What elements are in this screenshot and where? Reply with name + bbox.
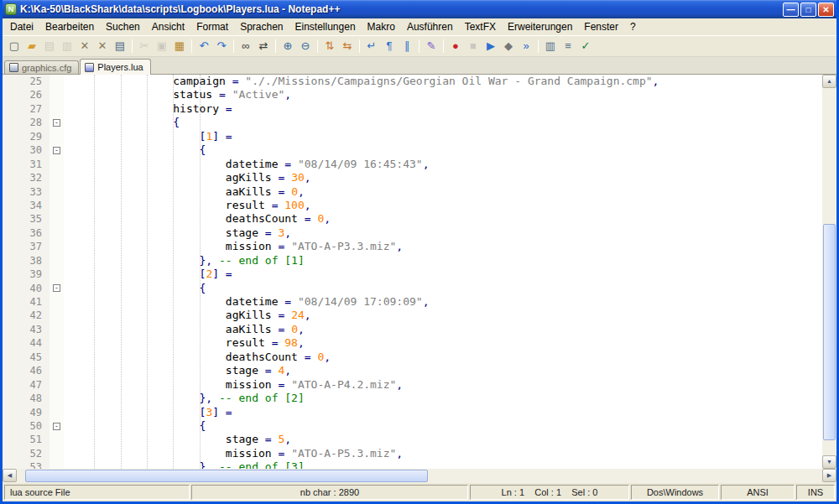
fold-collapse-button[interactable]: - xyxy=(53,147,60,154)
print-button[interactable]: ▤ xyxy=(112,38,128,55)
save-macro-button[interactable]: ◆ xyxy=(500,38,517,55)
menu-item-makro[interactable]: Makro xyxy=(362,18,401,35)
menu-item-sprachen[interactable]: Sprachen xyxy=(234,18,289,35)
menu-item-fenster[interactable]: Fenster xyxy=(578,18,624,35)
code-line-38[interactable]: 38 }, -- end of [1] xyxy=(3,254,822,268)
code-line-32[interactable]: 32 agKills = 30, xyxy=(3,171,822,184)
vertical-scroll-track[interactable] xyxy=(822,88,836,455)
scroll-right-button[interactable]: ▶ xyxy=(822,469,836,482)
code-line-28[interactable]: 28- { xyxy=(3,116,822,129)
copy-button[interactable]: ▣ xyxy=(154,38,170,55)
code-line-30[interactable]: 30- { xyxy=(3,143,822,157)
line-number: 53 xyxy=(3,460,50,469)
code-line-50[interactable]: 50- { xyxy=(3,419,822,433)
code-line-39[interactable]: 39 [2] = xyxy=(3,268,822,281)
close-all-button[interactable]: ✕ xyxy=(94,38,111,55)
close-file-button[interactable]: ✕ xyxy=(76,38,93,55)
redo-button[interactable]: ↷ xyxy=(213,38,230,55)
zoom-in-button[interactable]: ⊕ xyxy=(279,38,296,55)
code-line-25[interactable]: 25 campaign = "././Missions/Campaigns/Ge… xyxy=(3,75,822,88)
code-text: mission = "ATO-A-P4.2.miz", xyxy=(64,378,403,392)
code-line-46[interactable]: 46 stage = 4, xyxy=(3,364,822,377)
scroll-up-button[interactable]: ▲ xyxy=(822,75,836,88)
code-line-31[interactable]: 31 datetime = "08/14/09 16:45:43", xyxy=(3,158,822,171)
fold-collapse-button[interactable]: - xyxy=(53,119,60,127)
menu-item-datei[interactable]: Datei xyxy=(4,18,39,35)
code-line-36[interactable]: 36 stage = 3, xyxy=(3,226,822,240)
fold-margin xyxy=(50,460,64,469)
menu-item-textfx[interactable]: TextFX xyxy=(459,18,502,35)
horizontal-scrollbar[interactable]: ◀ ▶ xyxy=(3,469,836,483)
line-number: 26 xyxy=(3,88,50,101)
stop-macro-button[interactable]: ■ xyxy=(465,38,482,55)
code-line-40[interactable]: 40- { xyxy=(3,282,822,295)
save-button[interactable]: ▤ xyxy=(41,38,58,55)
code-line-42[interactable]: 42 agKills = 24, xyxy=(3,309,822,322)
tab-players-lua[interactable]: Players.lua xyxy=(80,59,150,75)
fold-margin xyxy=(50,158,64,171)
code-line-35[interactable]: 35 deathsCount = 0, xyxy=(3,212,822,226)
show-all-characters-button[interactable]: ¶ xyxy=(381,38,398,55)
sync-horizontal-button[interactable]: ⇆ xyxy=(339,38,356,55)
maximize-button[interactable]: □ xyxy=(800,3,816,17)
horizontal-scroll-thumb[interactable] xyxy=(25,470,428,482)
code-line-26[interactable]: 26 status = "Active", xyxy=(3,88,822,101)
replace-button[interactable]: ⇄ xyxy=(255,38,272,55)
close-button[interactable]: ✕ xyxy=(818,3,834,17)
code-line-33[interactable]: 33 aaKills = 0, xyxy=(3,185,822,199)
vertical-scrollbar[interactable]: ▲ ▼ xyxy=(822,75,836,469)
play-macro-button[interactable]: ▶ xyxy=(482,38,499,55)
code-line-37[interactable]: 37 mission = "ATO-A-P3.3.miz", xyxy=(3,240,822,253)
spell-check-button[interactable]: ✓ xyxy=(577,38,594,55)
doc-map-button[interactable]: ▥ xyxy=(542,38,559,55)
code-line-45[interactable]: 45 deathsCount = 0, xyxy=(3,351,822,364)
run-macro-multiple-button[interactable]: » xyxy=(518,38,534,55)
menu-item-ausfuehren[interactable]: Ausführen xyxy=(401,18,459,35)
tab-bar: graphics.cfgPlayers.lua xyxy=(3,57,836,75)
code-line-53[interactable]: 53 }, -- end of [3] xyxy=(3,460,822,469)
open-file-button[interactable]: ▰ xyxy=(23,38,40,55)
code-line-44[interactable]: 44 result = 98, xyxy=(3,336,822,350)
code-line-27[interactable]: 27 history = xyxy=(3,102,822,116)
code-line-34[interactable]: 34 result = 100, xyxy=(3,199,822,212)
menu-item-einstellungen[interactable]: Einstellungen xyxy=(289,18,362,35)
user-defined-dialog-button[interactable]: ✎ xyxy=(423,38,440,55)
find-button[interactable]: ∞ xyxy=(237,38,254,55)
indent-guide-button[interactable]: ∥ xyxy=(399,38,415,55)
text-editor[interactable]: 25 campaign = "././Missions/Campaigns/Ge… xyxy=(3,75,822,469)
record-macro-button[interactable]: ● xyxy=(447,38,464,55)
scroll-down-button[interactable]: ▼ xyxy=(822,455,836,469)
menu-item-erweiterungen[interactable]: Erweiterungen xyxy=(502,18,578,35)
fold-margin: - xyxy=(50,116,64,129)
code-line-29[interactable]: 29 [1] = xyxy=(3,130,822,143)
fold-margin xyxy=(50,433,64,446)
cut-button[interactable]: ✂ xyxy=(136,38,153,55)
fold-collapse-button[interactable]: - xyxy=(53,284,60,292)
zoom-out-button[interactable]: ⊖ xyxy=(297,38,314,55)
menu-item-bearbeiten[interactable]: Bearbeiten xyxy=(39,18,100,35)
menu-item-format[interactable]: Format xyxy=(190,18,234,35)
sync-vertical-button[interactable]: ⇅ xyxy=(321,38,338,55)
paste-button[interactable]: ▦ xyxy=(171,38,188,55)
code-line-48[interactable]: 48 }, -- end of [2] xyxy=(3,392,822,405)
horizontal-scroll-track[interactable] xyxy=(17,469,822,483)
vertical-scroll-thumb[interactable] xyxy=(823,224,836,440)
code-line-43[interactable]: 43 aaKills = 0, xyxy=(3,323,822,336)
fold-collapse-button[interactable]: - xyxy=(53,423,60,430)
word-wrap-button[interactable]: ↵ xyxy=(363,38,380,55)
save-all-button[interactable]: ▥ xyxy=(59,38,76,55)
new-file-button[interactable]: ▢ xyxy=(6,38,23,55)
menu-item-ansicht[interactable]: Ansicht xyxy=(146,18,190,35)
code-line-52[interactable]: 52 mission = "ATO-A-P5.3.miz", xyxy=(3,447,822,460)
minimize-button[interactable]: — xyxy=(783,3,799,17)
tab-graphics-cfg[interactable]: graphics.cfg xyxy=(4,60,79,74)
code-line-51[interactable]: 51 stage = 5, xyxy=(3,433,822,446)
code-line-47[interactable]: 47 mission = "ATO-A-P4.2.miz", xyxy=(3,378,822,392)
code-line-49[interactable]: 49 [3] = xyxy=(3,406,822,419)
scroll-left-button[interactable]: ◀ xyxy=(3,469,17,482)
menu-item-suchen[interactable]: Suchen xyxy=(100,18,146,35)
menu-item-help[interactable]: ? xyxy=(624,18,642,35)
code-line-41[interactable]: 41 datetime = "08/14/09 17:09:09", xyxy=(3,295,822,309)
undo-button[interactable]: ↶ xyxy=(195,38,212,55)
doc-switcher-button[interactable]: ≡ xyxy=(560,38,576,55)
